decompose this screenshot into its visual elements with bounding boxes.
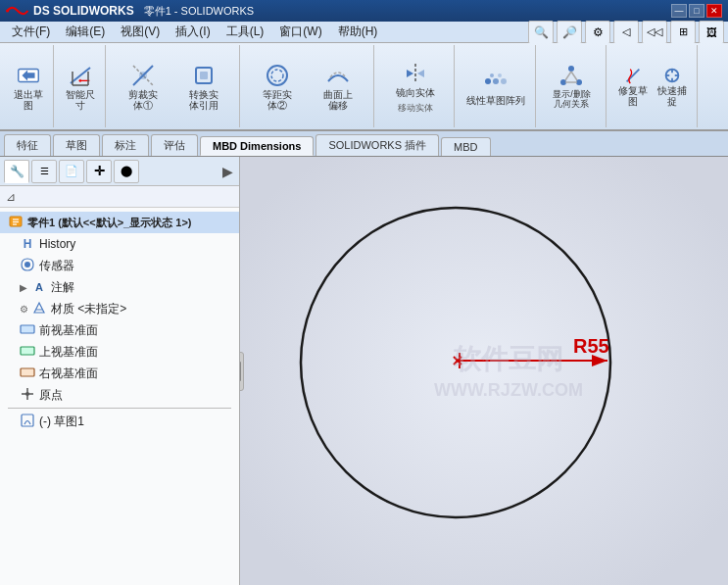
repair-button[interactable]: 修复草 图 [614, 64, 652, 109]
convert-button[interactable]: 转换实 体引用 [174, 60, 233, 113]
app-logo-text: DS SOLIDWORKS [33, 4, 134, 18]
toolbar-group-offset: 等距实 体② 曲面上 偏移 [242, 45, 374, 127]
toolbar-settings-icon[interactable]: ⚙ [585, 21, 610, 44]
tree-right-plane-item[interactable]: 右视基准面 [0, 363, 239, 384]
tab-annotate[interactable]: 标注 [102, 134, 149, 156]
tree-origin-label: 原点 [39, 387, 63, 404]
surface-offset-icon [324, 62, 352, 89]
linear-array-icon [482, 68, 510, 95]
svg-rect-36 [21, 347, 34, 355]
lp-collapse-arrow[interactable]: ▶ [219, 160, 235, 183]
svg-line-22 [571, 72, 577, 80]
tree-origin-item[interactable]: 原点 [0, 384, 239, 406]
linear-array-button[interactable]: 线性草图阵列 [462, 66, 529, 108]
menu-tools[interactable]: 工具(L) [218, 22, 272, 42]
feature-tree: 零件1 (默认<<默认>_显示状态 1>) H History [0, 208, 239, 585]
toolbar-search-icon[interactable]: 🔍 [528, 21, 554, 44]
sensor-icon [20, 257, 35, 275]
tree-right-plane-label: 右视基准面 [39, 366, 98, 382]
svg-point-0 [6, 9, 9, 12]
lp-tab-circle[interactable]: ⬤ [114, 160, 139, 183]
exit-sketch-icon [15, 62, 42, 89]
svg-rect-37 [21, 368, 34, 376]
minimize-button[interactable]: — [671, 4, 687, 18]
move-button[interactable]: 移动实体 [394, 102, 437, 116]
lp-tab-list[interactable]: ☰ [31, 160, 57, 183]
lp-tab-doc[interactable]: 📄 [59, 160, 84, 183]
tree-sensor-item[interactable]: 传感器 [0, 255, 239, 276]
toolbar: 退出草 图 ⟵ 智能尺 寸 [0, 43, 728, 131]
svg-line-21 [565, 72, 571, 80]
svg-point-10 [267, 66, 287, 85]
smart-dim-icon: ⟵ [67, 62, 94, 89]
annotation-icon: A [31, 281, 47, 293]
history-icon: H [20, 237, 35, 251]
tree-sketch1-item[interactable]: (-) 草图1 [0, 411, 239, 432]
quick-snaps-button[interactable]: 快速捕 捉 [654, 64, 691, 109]
tab-mbd-dimensions[interactable]: MBD Dimensions [200, 136, 314, 156]
lp-tab-plus[interactable]: ✛ [86, 160, 112, 183]
toolbar-display-icon[interactable]: 🖼 [699, 21, 724, 44]
tab-mbd[interactable]: MBD [441, 137, 490, 156]
move-label: 移动实体 [398, 104, 433, 114]
tab-evaluate[interactable]: 评估 [151, 134, 198, 156]
toolbar-nav1-icon[interactable]: ◁ [613, 21, 639, 44]
surface-offset-label: 曲面上 偏移 [323, 89, 353, 111]
lp-tab-features[interactable]: 🔧 [4, 160, 29, 183]
exit-sketch-label: 退出草 图 [14, 89, 43, 111]
tree-annotation-item[interactable]: ▶ A 注解 [0, 276, 239, 298]
left-panel: 🔧 ☰ 📄 ✛ ⬤ ▶ ⊿ 零件1 (默认<<默认> [0, 157, 240, 585]
window-controls: — □ ✕ [671, 4, 722, 18]
svg-point-16 [490, 73, 494, 77]
tree-root-item[interactable]: 零件1 (默认<<默认>_显示状态 1>) [0, 212, 239, 233]
relations-button[interactable]: 显示/删除 几何关系 [549, 61, 595, 112]
svg-point-13 [485, 78, 491, 84]
tree-material-item[interactable]: ⚙ 材质 <未指定> [0, 298, 239, 319]
canvas-area: R55 软件豆网 WWW.RJZW.COM [240, 157, 728, 585]
trim-button[interactable]: 剪裁实 体① [114, 60, 172, 113]
maximize-button[interactable]: □ [689, 4, 704, 18]
close-button[interactable]: ✕ [706, 4, 722, 18]
toolbar-view-icon[interactable]: ⊞ [670, 21, 696, 44]
front-plane-icon [20, 322, 35, 339]
tree-history-item[interactable]: H History [0, 233, 239, 255]
left-panel-tabs: 🔧 ☰ 📄 ✛ ⬤ ▶ [0, 157, 239, 186]
tree-root-icon [8, 214, 24, 232]
linear-array-label: 线性草图阵列 [466, 95, 525, 106]
menu-window[interactable]: 窗口(W) [271, 22, 329, 42]
material-expand[interactable]: ⚙ [20, 304, 29, 315]
toolbar-nav2-icon[interactable]: ◁◁ [642, 21, 667, 44]
menu-insert[interactable]: 插入(I) [168, 22, 218, 42]
tree-top-plane-item[interactable]: 上视基准面 [0, 341, 239, 363]
annotation-expand[interactable]: ▶ [20, 282, 29, 293]
tab-sketch[interactable]: 草图 [53, 134, 100, 156]
menu-bar: 文件(F) 编辑(E) 视图(V) 插入(I) 工具(L) 窗口(W) 帮助(H… [0, 22, 728, 43]
svg-point-15 [501, 78, 507, 84]
toolbar-search2-icon[interactable]: 🔎 [557, 21, 582, 44]
exit-sketch-button[interactable]: 退出草 图 [10, 60, 47, 113]
tab-plugins[interactable]: SOLIDWORKS 插件 [315, 134, 439, 156]
right-plane-icon [20, 366, 35, 382]
quick-snaps-label: 快速捕 捉 [657, 85, 687, 107]
offset-button[interactable]: 等距实 体② [248, 60, 307, 113]
trim-label: 剪裁实 体① [128, 89, 158, 111]
menu-edit[interactable]: 编辑(E) [58, 22, 113, 42]
toolbar-group-exit: 退出草 图 [4, 45, 54, 127]
tree-front-plane-item[interactable]: 前视基准面 [0, 319, 239, 341]
relations-label: 显示/删除 几何关系 [553, 90, 591, 110]
svg-text:R55: R55 [573, 335, 609, 357]
panel-resize-handle[interactable] [240, 352, 244, 391]
tab-features[interactable]: 特征 [4, 134, 51, 156]
mirror-button[interactable]: 镜向实体 [392, 58, 439, 100]
filter-bar: ⊿ [0, 186, 239, 208]
svg-point-40 [25, 392, 29, 396]
menu-help[interactable]: 帮助(H) [330, 22, 386, 42]
svg-point-33 [24, 262, 30, 268]
menu-file[interactable]: 文件(F) [4, 22, 58, 42]
smart-dim-button[interactable]: ⟵ 智能尺 寸 [62, 60, 99, 113]
surface-offset-button[interactable]: 曲面上 偏移 [309, 60, 367, 113]
mirror-icon [402, 60, 429, 87]
menu-view[interactable]: 视图(V) [113, 22, 168, 42]
tree-top-plane-label: 上视基准面 [39, 344, 98, 361]
svg-rect-42 [240, 157, 728, 585]
